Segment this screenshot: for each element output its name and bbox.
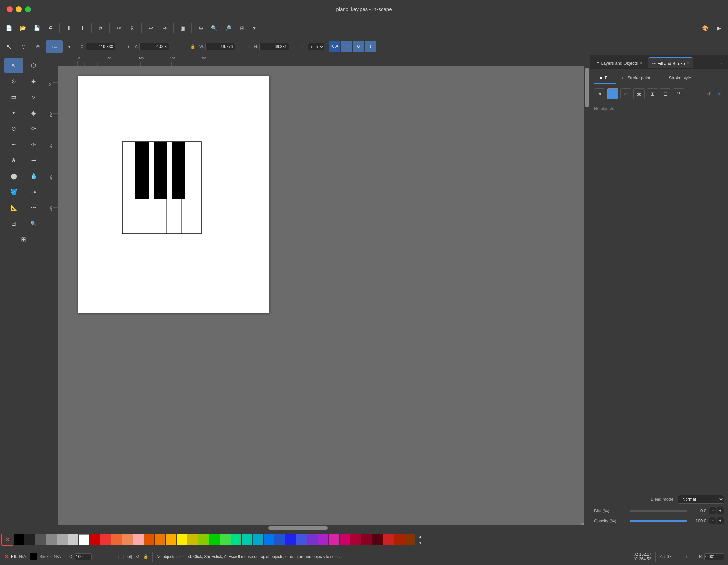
fill-subtab[interactable]: ■ Fill: [594, 73, 616, 84]
measure-tool-button[interactable]: 📐: [4, 200, 23, 215]
palette-swatch-brown1[interactable]: [394, 534, 405, 545]
palette-swatch-lime[interactable]: [198, 534, 209, 545]
3d-tool-button[interactable]: ◈: [24, 105, 43, 121]
palette-swatch-5[interactable]: [68, 534, 78, 545]
palette-scroll-down[interactable]: ▼: [417, 540, 424, 546]
layer-rotate-icon[interactable]: ↺: [136, 554, 139, 559]
palette-swatch-black[interactable]: [14, 534, 24, 545]
h-input[interactable]: [259, 43, 289, 50]
palette-swatch-orange2[interactable]: [144, 534, 154, 545]
cut-button[interactable]: ✂: [112, 22, 125, 35]
toolbar-more-button[interactable]: ▼: [250, 22, 259, 35]
new-button[interactable]: 📄: [3, 22, 15, 35]
redo-button[interactable]: ↪: [158, 22, 171, 35]
node-tool-button[interactable]: ⬡: [24, 58, 43, 73]
spiral-tool-button[interactable]: ⊙: [4, 121, 23, 136]
x-increment[interactable]: +: [125, 43, 132, 51]
tab-fill-stroke[interactable]: ✏ Fill and Stroke ×: [648, 57, 693, 69]
lock-proportions-button[interactable]: 🔓: [188, 42, 197, 51]
w-decrement[interactable]: −: [236, 43, 243, 51]
star-tool-button[interactable]: ✦: [4, 105, 23, 121]
stroke-paint-subtab[interactable]: □ Stroke paint: [616, 73, 656, 84]
x-input[interactable]: [86, 43, 115, 50]
import-button[interactable]: ⬇: [62, 22, 75, 35]
horizontal-scrollbar-thumb[interactable]: [268, 526, 328, 530]
node-indicator[interactable]: ⬡: [17, 41, 30, 53]
palette-swatch-3[interactable]: [46, 534, 57, 545]
gradient-tool-button[interactable]: ⬤: [4, 169, 23, 184]
transform-indicator[interactable]: ⊛: [32, 41, 44, 53]
fill-reset-button[interactable]: ↺: [704, 89, 714, 99]
pages-tool-button[interactable]: ⊟: [4, 216, 23, 231]
transform-skew-button[interactable]: ⌇: [365, 41, 376, 52]
palette-swatch-indigo[interactable]: [285, 534, 296, 545]
x-decrement[interactable]: −: [116, 43, 124, 51]
palette-swatch-blue1[interactable]: [264, 534, 274, 545]
zoom-out-status[interactable]: −: [674, 553, 682, 561]
symbols-tool-button[interactable]: ⊞: [14, 232, 33, 247]
save-button[interactable]: 💾: [30, 22, 43, 35]
palette-swatch-yellow1[interactable]: [166, 534, 176, 545]
palette-swatch-dark-red[interactable]: [361, 534, 372, 545]
opacity-decrement[interactable]: −: [709, 517, 716, 524]
blur-decrement[interactable]: −: [709, 507, 716, 514]
palette-swatch-4[interactable]: [57, 534, 68, 545]
palette-swatch-deep-pink[interactable]: [340, 534, 350, 545]
palette-swatch-red2[interactable]: [100, 534, 111, 545]
fit-page-button[interactable]: ⊞: [236, 22, 248, 35]
palette-swatch-violet[interactable]: [296, 534, 307, 545]
fill-pattern-button[interactable]: ⊞: [647, 88, 658, 99]
h-decrement[interactable]: −: [290, 43, 297, 51]
pencil-tool-button[interactable]: ✏: [24, 121, 43, 136]
palette-swatch-2[interactable]: [35, 534, 46, 545]
fill-radial-button[interactable]: ◉: [633, 88, 645, 99]
y-decrement[interactable]: −: [170, 43, 178, 51]
fill-stroke-tab-close[interactable]: ×: [687, 61, 689, 66]
w-input[interactable]: [205, 43, 235, 50]
connector-tool-button[interactable]: ⊸: [24, 184, 43, 200]
palette-swatch-yellow-green[interactable]: [187, 534, 198, 545]
opacity-status-input[interactable]: [75, 553, 92, 560]
tab-layers[interactable]: ≡ Layers and Objects ×: [593, 58, 647, 68]
opacity-increment-status[interactable]: +: [102, 553, 110, 561]
maximize-window-button[interactable]: [25, 6, 31, 12]
blend-mode-select[interactable]: Normal Multiply Screen Overlay Darken Li…: [678, 495, 724, 504]
palette-swatch-orange-red[interactable]: [111, 534, 122, 545]
palette-swatch-orange3[interactable]: [155, 534, 165, 545]
panel-dots-menu[interactable]: ⋮: [580, 289, 590, 297]
palette-swatch-blue2[interactable]: [274, 534, 285, 545]
rotate-input[interactable]: [704, 553, 724, 560]
eyedropper-tool-button[interactable]: 💧: [24, 169, 43, 184]
fill-swatch-button[interactable]: ⊟: [660, 88, 671, 99]
palette-swatch-teal2[interactable]: [242, 534, 252, 545]
undo-button[interactable]: ↩: [144, 22, 157, 35]
canvas-area[interactable]: 0 50 100 150 200 50 100: [47, 55, 590, 531]
transform-scale-button[interactable]: ↔: [341, 41, 352, 52]
ellipse-tool-button[interactable]: ○: [24, 90, 43, 105]
vertical-scrollbar-thumb[interactable]: [585, 68, 589, 107]
stroke-style-subtab[interactable]: — Stroke style: [656, 73, 697, 84]
text-tool-button[interactable]: A: [4, 153, 23, 168]
palette-swatch-yellow2[interactable]: [177, 534, 187, 545]
sidebar-toggle-button[interactable]: ▶: [713, 22, 725, 35]
color-wheel-button[interactable]: 🎨: [699, 22, 712, 35]
palette-swatch-maroon1[interactable]: [372, 534, 383, 545]
prop-tool-select[interactable]: ↕▭: [46, 41, 63, 53]
rect-tool-button[interactable]: ▭: [4, 90, 23, 105]
zoom-in-button[interactable]: 🔍: [208, 22, 221, 35]
layer-lock-toggle[interactable]: 🔓: [143, 554, 148, 559]
horizontal-scrollbar[interactable]: [58, 525, 584, 531]
palette-swatch-pink[interactable]: [133, 534, 144, 545]
palette-swatch-white[interactable]: [79, 534, 89, 545]
zoom-in-status[interactable]: +: [683, 553, 691, 561]
open-button[interactable]: 📂: [16, 22, 29, 35]
transform-rotate-button[interactable]: ↻: [353, 41, 364, 52]
minimize-window-button[interactable]: [16, 6, 22, 12]
palette-swatch-magenta[interactable]: [329, 534, 339, 545]
unit-select[interactable]: mmpxcmin: [308, 43, 324, 50]
palette-scroll-up[interactable]: ▲: [417, 534, 424, 540]
h-increment[interactable]: +: [298, 43, 306, 51]
y-input[interactable]: [139, 43, 169, 50]
close-window-button[interactable]: [7, 6, 13, 12]
palette-swatch-orange1[interactable]: [122, 534, 133, 545]
